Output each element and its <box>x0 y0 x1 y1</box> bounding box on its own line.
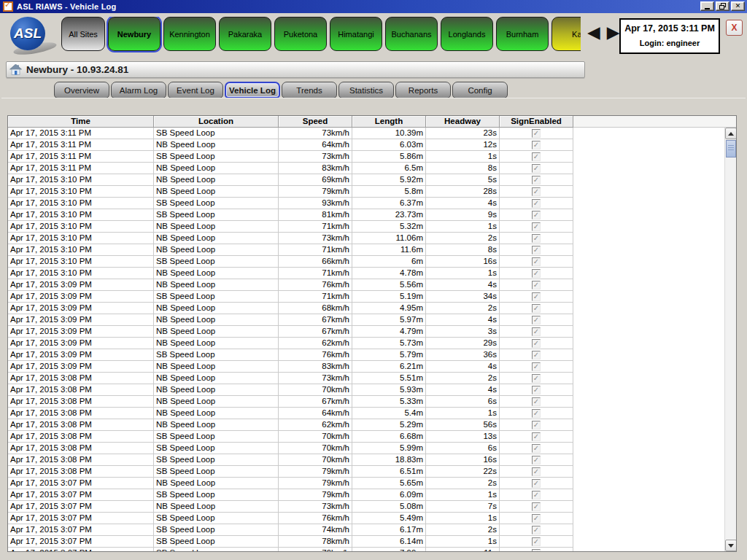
sign-enabled-checkbox[interactable]: ✓ <box>532 549 541 553</box>
site-button-kai[interactable]: Kai <box>551 17 581 51</box>
sign-enabled-checkbox[interactable]: ✓ <box>532 467 541 476</box>
table-row[interactable]: Apr 17, 2015 3:09 PMSB Speed Loop71km/h5… <box>8 291 736 303</box>
table-row[interactable]: Apr 17, 2015 3:10 PMSB Speed Loop93km/h6… <box>8 198 736 209</box>
table-row[interactable]: Apr 17, 2015 3:10 PMNB Speed Loop71km/h5… <box>8 221 736 233</box>
scroll-down-button[interactable] <box>725 540 737 551</box>
sign-enabled-checkbox[interactable]: ✓ <box>532 246 541 254</box>
sign-enabled-checkbox[interactable]: ✓ <box>532 362 541 371</box>
site-button-buchanans[interactable]: Buchanans <box>385 17 438 51</box>
sign-enabled-checkbox[interactable]: ✓ <box>532 479 541 488</box>
sign-enabled-checkbox[interactable]: ✓ <box>532 269 541 278</box>
table-row[interactable]: Apr 17, 2015 3:08 PMNB Speed Loop62km/h5… <box>8 419 736 431</box>
sign-enabled-checkbox[interactable]: ✓ <box>532 339 541 348</box>
close-window-button[interactable]: ✕ <box>731 1 745 11</box>
sign-enabled-checkbox[interactable]: ✓ <box>532 397 541 406</box>
sign-enabled-checkbox[interactable]: ✓ <box>532 432 541 441</box>
sign-enabled-checkbox[interactable]: ✓ <box>532 444 541 453</box>
sign-enabled-checkbox[interactable]: ✓ <box>532 164 541 173</box>
sign-enabled-checkbox[interactable]: ✓ <box>532 257 541 266</box>
table-row[interactable]: Apr 17, 2015 3:08 PMSB Speed Loop79km/h6… <box>8 466 736 478</box>
sign-enabled-checkbox[interactable]: ✓ <box>532 187 541 196</box>
tab-event-log[interactable]: Event Log <box>168 82 223 98</box>
sign-enabled-checkbox[interactable]: ✓ <box>532 222 541 231</box>
table-row[interactable]: Apr 17, 2015 3:11 PMNB Speed Loop83km/h6… <box>8 163 736 174</box>
table-row[interactable]: Apr 17, 2015 3:08 PMSB Speed Loop70km/h5… <box>8 443 736 454</box>
site-button-burnham[interactable]: Burnham <box>496 17 549 51</box>
table-row[interactable]: Apr 17, 2015 3:10 PMSB Speed Loop66km/h6… <box>8 256 736 268</box>
tab-alarm-log[interactable]: Alarm Log <box>111 82 166 98</box>
table-row[interactable]: Apr 17, 2015 3:09 PMNB Speed Loop67km/h4… <box>8 326 736 338</box>
vertical-scrollbar[interactable] <box>724 128 736 551</box>
table-row[interactable]: Apr 17, 2015 3:10 PMNB Speed Loop73km/h1… <box>8 233 736 244</box>
tab-config[interactable]: Config <box>452 82 508 98</box>
sign-enabled-checkbox[interactable]: ✓ <box>532 292 541 301</box>
tab-overview[interactable]: Overview <box>54 82 109 98</box>
table-row[interactable]: Apr 17, 2015 3:10 PMNB Speed Loop69km/h5… <box>8 174 736 186</box>
sign-enabled-checkbox[interactable]: ✓ <box>532 304 541 313</box>
sign-enabled-checkbox[interactable]: ✓ <box>532 141 541 149</box>
tab-statistics[interactable]: Statistics <box>338 82 394 98</box>
table-row[interactable]: Apr 17, 2015 3:10 PMNB Speed Loop79km/h5… <box>8 186 736 198</box>
sign-enabled-checkbox[interactable]: ✓ <box>532 316 541 324</box>
tab-trends[interactable]: Trends <box>282 82 337 98</box>
table-row[interactable]: Apr 17, 2015 3:09 PMNB Speed Loop62km/h5… <box>8 338 736 349</box>
sign-enabled-checkbox[interactable]: ✓ <box>532 152 541 161</box>
site-button-pakaraka[interactable]: Pakaraka <box>219 17 271 51</box>
column-header-time[interactable]: Time <box>8 116 154 128</box>
column-header-headway[interactable]: Headway <box>426 116 500 128</box>
table-row[interactable]: Apr 17, 2015 3:09 PMNB Speed Loop76km/h5… <box>8 279 736 291</box>
minimize-button[interactable] <box>700 1 714 11</box>
table-row[interactable]: Apr 17, 2015 3:07 PMSB Speed Loop79km/h7… <box>8 548 736 552</box>
sign-enabled-checkbox[interactable]: ✓ <box>532 409 541 418</box>
table-row[interactable]: Apr 17, 2015 3:08 PMNB Speed Loop64km/h5… <box>8 408 736 419</box>
next-arrow-icon[interactable]: ▶ <box>607 22 620 42</box>
scrollbar-thumb[interactable] <box>726 140 736 158</box>
table-row[interactable]: Apr 17, 2015 3:07 PMNB Speed Loop79km/h5… <box>8 478 736 489</box>
table-row[interactable]: Apr 17, 2015 3:08 PMNB Speed Loop67km/h5… <box>8 396 736 408</box>
column-header-length[interactable]: Length <box>352 116 426 128</box>
table-row[interactable]: Apr 17, 2015 3:10 PMNB Speed Loop71km/h4… <box>8 268 736 279</box>
table-row[interactable]: Apr 17, 2015 3:09 PMSB Speed Loop76km/h5… <box>8 349 736 361</box>
sign-enabled-checkbox[interactable]: ✓ <box>532 129 541 138</box>
sign-enabled-checkbox[interactable]: ✓ <box>532 327 541 336</box>
close-session-button[interactable]: X <box>726 20 743 36</box>
sign-enabled-checkbox[interactable]: ✓ <box>532 351 541 359</box>
scroll-up-button[interactable] <box>725 128 737 139</box>
sign-enabled-checkbox[interactable]: ✓ <box>532 502 541 511</box>
table-row[interactable]: Apr 17, 2015 3:08 PMNB Speed Loop73km/h5… <box>8 373 736 384</box>
table-row[interactable]: Apr 17, 2015 3:11 PMSB Speed Loop73km/h5… <box>8 151 736 163</box>
table-row[interactable]: Apr 17, 2015 3:09 PMNB Speed Loop67km/h5… <box>8 314 736 326</box>
column-header-signenabled[interactable]: SignEnabled <box>500 116 573 128</box>
restore-button[interactable] <box>716 1 729 11</box>
sign-enabled-checkbox[interactable]: ✓ <box>532 526 541 534</box>
table-row[interactable]: Apr 17, 2015 3:09 PMNB Speed Loop83km/h6… <box>8 361 736 373</box>
table-row[interactable]: Apr 17, 2015 3:10 PMNB Speed Loop71km/h1… <box>8 244 736 256</box>
table-row[interactable]: Apr 17, 2015 3:11 PMSB Speed Loop73km/h1… <box>8 128 736 139</box>
column-header-speed[interactable]: Speed <box>279 116 352 128</box>
table-row[interactable]: Apr 17, 2015 3:07 PMSB Speed Loop78km/h6… <box>8 536 736 548</box>
site-button-newbury[interactable]: Newbury <box>108 17 160 51</box>
site-button-longlands[interactable]: Longlands <box>441 17 493 51</box>
table-row[interactable]: Apr 17, 2015 3:10 PMSB Speed Loop81km/h2… <box>8 209 736 221</box>
site-button-all-sites[interactable]: All Sites <box>61 17 105 51</box>
site-button-puketona[interactable]: Puketona <box>274 17 327 51</box>
table-row[interactable]: Apr 17, 2015 3:08 PMSB Speed Loop70km/h6… <box>8 431 736 443</box>
sign-enabled-checkbox[interactable]: ✓ <box>532 491 541 499</box>
sign-enabled-checkbox[interactable]: ✓ <box>532 456 541 464</box>
table-row[interactable]: Apr 17, 2015 3:08 PMNB Speed Loop70km/h5… <box>8 384 736 396</box>
table-row[interactable]: Apr 17, 2015 3:07 PMSB Speed Loop76km/h5… <box>8 513 736 524</box>
sign-enabled-checkbox[interactable]: ✓ <box>532 199 541 208</box>
table-row[interactable]: Apr 17, 2015 3:11 PMNB Speed Loop64km/h6… <box>8 139 736 151</box>
sign-enabled-checkbox[interactable]: ✓ <box>532 234 541 243</box>
sign-enabled-checkbox[interactable]: ✓ <box>532 537 541 546</box>
sign-enabled-checkbox[interactable]: ✓ <box>532 421 541 429</box>
prev-arrow-icon[interactable]: ◀ <box>587 22 600 42</box>
tab-reports[interactable]: Reports <box>395 82 451 98</box>
table-row[interactable]: Apr 17, 2015 3:07 PMSB Speed Loop79km/h6… <box>8 489 736 501</box>
sign-enabled-checkbox[interactable]: ✓ <box>532 374 541 383</box>
table-row[interactable]: Apr 17, 2015 3:08 PMSB Speed Loop70km/h1… <box>8 454 736 466</box>
site-button-himatangi[interactable]: Himatangi <box>330 17 382 51</box>
sign-enabled-checkbox[interactable]: ✓ <box>532 386 541 394</box>
sign-enabled-checkbox[interactable]: ✓ <box>532 176 541 184</box>
tab-vehicle-log[interactable]: Vehicle Log <box>225 82 280 98</box>
